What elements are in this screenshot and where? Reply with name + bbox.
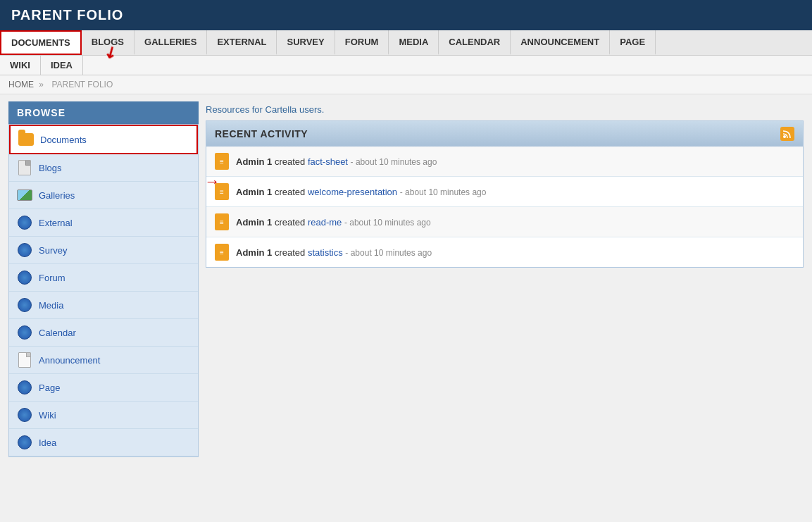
- activity-text: Admin 1 created statistics - about 10 mi…: [236, 247, 432, 258]
- globe-icon: [16, 214, 33, 231]
- browse-item-blogs[interactable]: Blogs: [9, 154, 198, 182]
- nav-tab-idea[interactable]: IDEA: [41, 56, 83, 75]
- browse-item-announcement[interactable]: Announcement: [9, 347, 198, 374]
- browse-item-label: Announcement: [39, 355, 100, 366]
- doc-icon: [16, 159, 33, 176]
- activity-link[interactable]: fact-sheet: [308, 156, 348, 167]
- activity-link[interactable]: read-me: [308, 217, 342, 228]
- nav-bar-row1: DOCUMENTSBLOGSGALLERIESEXTERNALSURVEYFOR…: [0, 30, 812, 56]
- browse-item-label: Documents: [40, 135, 87, 145]
- activity-time: - about 10 minutes ago: [400, 187, 487, 197]
- nav-tab-calendar[interactable]: CALENDAR: [439, 30, 511, 55]
- browse-item-galleries[interactable]: Galleries: [9, 182, 198, 209]
- nav-bar-row2: WIKIIDEA: [0, 56, 812, 75]
- browse-item-label: Idea: [39, 437, 56, 448]
- browse-item-page[interactable]: Page: [9, 374, 198, 402]
- content-area: Resources for Cartella users. RECENT ACT…: [206, 101, 804, 457]
- breadcrumb-current: PARENT FOLIO: [51, 80, 113, 89]
- globe-icon: [16, 406, 33, 423]
- browse-item-wiki[interactable]: Wiki: [9, 402, 198, 429]
- activity-time: - about 10 minutes ago: [345, 248, 432, 258]
- browse-item-label: Galleries: [39, 190, 75, 201]
- browse-item-documents[interactable]: Documents: [9, 125, 198, 154]
- browse-list: DocumentsBlogsGalleriesExternalSurveyFor…: [8, 124, 199, 457]
- recent-activity-header: RECENT ACTIVITY: [206, 121, 803, 147]
- activity-doc-icon: [215, 153, 229, 170]
- recent-activity-label: RECENT ACTIVITY: [215, 128, 308, 139]
- activity-doc-icon: [215, 183, 229, 200]
- browse-item-external[interactable]: External: [9, 209, 198, 237]
- nav-tab-wiki[interactable]: WIKI: [0, 56, 41, 75]
- nav-tab-external[interactable]: EXTERNAL: [207, 30, 277, 55]
- browse-item-calendar[interactable]: Calendar: [9, 319, 198, 347]
- browse-item-label: Calendar: [39, 328, 76, 338]
- nav-tab-media[interactable]: MEDIA: [389, 30, 439, 55]
- activity-link[interactable]: statistics: [308, 247, 343, 258]
- activity-doc-icon: [215, 244, 229, 261]
- resource-description: Resources for Cartella users.: [206, 101, 804, 120]
- activity-time: - about 10 minutes ago: [351, 157, 437, 167]
- browse-item-label: Wiki: [39, 410, 56, 421]
- breadcrumb: HOME » PARENT FOLIO: [0, 75, 812, 94]
- breadcrumb-home[interactable]: HOME: [8, 80, 34, 89]
- globe-icon: [16, 434, 33, 451]
- recent-activity-box: RECENT ACTIVITY Admin 1 created fact-she…: [206, 120, 804, 268]
- folder-icon: [18, 131, 35, 148]
- browse-item-forum[interactable]: Forum: [9, 264, 198, 292]
- activity-row: Admin 1 created statistics - about 10 mi…: [206, 237, 803, 267]
- site-title: PARENT FOLIO: [11, 7, 801, 23]
- nav-tab-announcement[interactable]: ANNOUNCEMENT: [511, 30, 610, 55]
- activity-row: Admin 1 created fact-sheet - about 10 mi…: [206, 147, 803, 177]
- browse-item-idea[interactable]: Idea: [9, 429, 198, 456]
- activity-row: Admin 1 created welcome-presentation - a…: [206, 177, 803, 207]
- breadcrumb-separator: »: [39, 80, 44, 89]
- nav-tab-galleries[interactable]: GALLERIES: [135, 30, 207, 55]
- activity-doc-icon: [215, 213, 229, 230]
- activity-text: Admin 1 created welcome-presentation - a…: [236, 187, 486, 197]
- header: PARENT FOLIO: [0, 0, 812, 30]
- globe-icon: [16, 297, 33, 313]
- activity-link[interactable]: welcome-presentation: [308, 187, 397, 197]
- browse-item-survey[interactable]: Survey: [9, 237, 198, 264]
- browse-item-label: Forum: [39, 273, 65, 283]
- browse-item-media[interactable]: Media: [9, 292, 198, 319]
- activity-row: Admin 1 created read-me - about 10 minut…: [206, 207, 803, 237]
- globe-icon: [16, 269, 33, 286]
- browse-item-label: External: [39, 218, 73, 228]
- nav-tab-forum[interactable]: FORUM: [335, 30, 389, 55]
- globe-icon: [16, 242, 33, 259]
- nav-tab-blogs[interactable]: BLOGS: [82, 30, 135, 55]
- svg-point-0: [783, 135, 786, 138]
- nav-tab-survey[interactable]: SURVEY: [277, 30, 335, 55]
- globe-icon: [16, 324, 33, 341]
- nav-tab-page[interactable]: PAGE: [610, 30, 656, 55]
- browse-item-label: Media: [39, 300, 63, 311]
- browse-item-label: Survey: [39, 245, 67, 256]
- activity-time: - about 10 minutes ago: [344, 218, 431, 228]
- browse-item-label: Blogs: [39, 163, 62, 173]
- nav-tab-documents[interactable]: DOCUMENTS: [0, 30, 82, 55]
- activity-text: Admin 1 created fact-sheet - about 10 mi…: [236, 156, 437, 167]
- globe-icon: [16, 379, 33, 396]
- activity-list: Admin 1 created fact-sheet - about 10 mi…: [206, 147, 803, 267]
- page-doc-icon: [16, 352, 33, 368]
- browse-header: BROWSE: [8, 101, 199, 124]
- activity-text: Admin 1 created read-me - about 10 minut…: [236, 217, 431, 228]
- sidebar: BROWSE DocumentsBlogsGalleriesExternalSu…: [8, 101, 199, 457]
- rss-icon[interactable]: [780, 127, 794, 141]
- browse-item-label: Page: [39, 383, 60, 393]
- main-layout: BROWSE DocumentsBlogsGalleriesExternalSu…: [0, 94, 812, 464]
- image-icon: [16, 187, 33, 204]
